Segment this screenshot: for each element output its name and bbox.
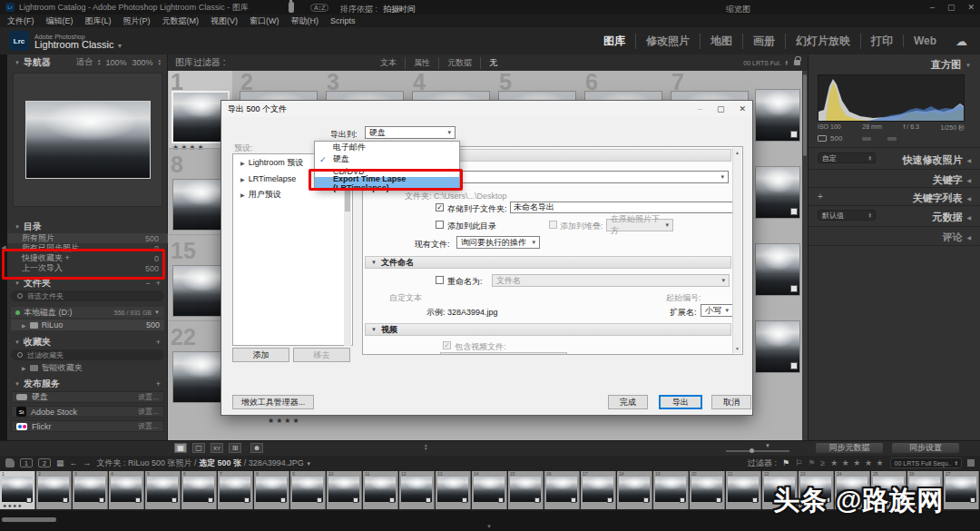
- filmstrip-thumb[interactable]: 15: [508, 471, 544, 509]
- subfolder-name-input[interactable]: 未命名导出: [510, 202, 733, 213]
- expand-icon[interactable]: ▶: [240, 176, 245, 182]
- subfolder-checkbox[interactable]: [436, 203, 444, 211]
- filter-tab-none[interactable]: 无: [480, 57, 505, 69]
- smart-collection-row[interactable]: ▶ 智能收藏夹: [7, 363, 168, 373]
- dialog-titlebar[interactable]: 导出 500 个文件 – ▢ ✕: [221, 101, 752, 117]
- tool-icon[interactable]: [887, 137, 897, 141]
- filmstrip-thumb[interactable]: 13: [436, 471, 471, 509]
- module-develop[interactable]: 修改照片: [635, 34, 700, 49]
- rating-filter-stars[interactable]: ★ ★ ★ ★ ★: [830, 458, 884, 467]
- filter-tab-attribute[interactable]: 属性: [405, 57, 438, 69]
- menu-item-email[interactable]: 电子邮件: [315, 142, 459, 153]
- add-keyword-icon[interactable]: +: [818, 192, 823, 202]
- collections-header[interactable]: ▼ 收藏夹 +: [7, 336, 168, 348]
- filmstrip-thumb[interactable]: 18: [617, 471, 652, 509]
- rename-checkbox[interactable]: [436, 276, 444, 284]
- scroll-down-icon[interactable]: ▼: [735, 346, 740, 351]
- survey-view-icon[interactable]: ⊞: [229, 443, 241, 453]
- module-slideshow[interactable]: 幻灯片放映: [785, 34, 860, 49]
- filmstrip-thumb[interactable]: 27: [944, 471, 979, 509]
- publish-setup-link[interactable]: 设置...: [138, 392, 159, 402]
- back-icon[interactable]: ←: [70, 458, 78, 467]
- module-web[interactable]: Web: [903, 34, 946, 47]
- add-to-catalog-checkbox[interactable]: [436, 221, 444, 229]
- navigator-header[interactable]: ▼ 导航器 适合 100% 300%: [7, 56, 168, 68]
- caret-down-icon[interactable]: ▼: [765, 443, 770, 448]
- filmstrip-thumb[interactable]: 4: [109, 471, 144, 509]
- histogram-header[interactable]: 直方图 ▼: [931, 58, 971, 72]
- menu-view[interactable]: 视图(V): [211, 15, 238, 27]
- menu-help[interactable]: 帮助(H): [291, 15, 319, 27]
- preset-add-button[interactable]: 添加: [232, 348, 289, 362]
- filmstrip-source-info[interactable]: 文件夹 : RiLuo 500 张照片 / 选定 500 张 / 328A399…: [97, 457, 312, 469]
- disk-expand-icon[interactable]: ▼: [154, 310, 160, 315]
- add-publish-icon[interactable]: +: [156, 379, 161, 388]
- module-library[interactable]: 图库: [593, 34, 635, 49]
- catalog-header[interactable]: ▼ 目录: [7, 221, 168, 232]
- forward-icon[interactable]: →: [83, 458, 92, 467]
- existing-files-select[interactable]: 询问要执行的操作▾: [456, 236, 540, 249]
- expand-icon[interactable]: ▶: [22, 365, 26, 371]
- filmstrip-thumb[interactable]: 7: [218, 471, 253, 509]
- histogram[interactable]: [818, 74, 965, 122]
- filter-preset-select[interactable]: 00 LRTS Ful.: [743, 60, 800, 66]
- compare-view-icon[interactable]: XY: [211, 443, 223, 453]
- publish-harddrive-row[interactable]: 硬盘 设置...: [11, 391, 164, 403]
- panel-reveal-icon[interactable]: ▼: [486, 524, 492, 529]
- keyword-list-header[interactable]: 关键字列表◀: [912, 192, 971, 205]
- stepper-icon[interactable]: [425, 444, 427, 450]
- module-print[interactable]: 打印: [860, 34, 903, 49]
- filmstrip-thumb[interactable]: 1★★★★: [0, 471, 35, 509]
- rating-operator[interactable]: ≥: [820, 458, 825, 467]
- filmstrip-thumb[interactable]: 19: [653, 471, 689, 509]
- menu-scripts[interactable]: Scripts: [330, 16, 356, 25]
- navigator-preview[interactable]: [13, 73, 162, 207]
- expand-icon[interactable]: ▶: [22, 322, 26, 329]
- menu-library[interactable]: 图库(L): [85, 15, 112, 27]
- filmstrip-scrollbar[interactable]: [2, 517, 56, 522]
- folder-riluo-row[interactable]: ▶ RiLuo 500: [11, 320, 164, 330]
- people-view-icon[interactable]: ☻: [250, 443, 263, 453]
- loupe-view-icon[interactable]: ▢: [192, 443, 205, 453]
- flag-pick-icon[interactable]: ⚑: [782, 458, 789, 467]
- tool-icon[interactable]: [862, 137, 871, 141]
- pointer-icon[interactable]: [5, 458, 15, 467]
- done-button[interactable]: 完成: [608, 395, 648, 409]
- thumbnail-size-slider[interactable]: [726, 450, 789, 452]
- metadata-preset-select[interactable]: 默认值: [818, 210, 876, 221]
- folder-filter-input[interactable]: 筛选文件夹: [11, 290, 164, 301]
- filmstrip-thumb[interactable]: 6: [181, 471, 217, 509]
- remove-folder-icon[interactable]: −: [145, 279, 150, 288]
- dialog-maximize-button[interactable]: ▢: [717, 104, 725, 113]
- export-button[interactable]: 导出: [659, 395, 702, 409]
- quick-develop-preset-select[interactable]: 自定: [818, 152, 876, 163]
- scroll-up-icon[interactable]: ▲: [735, 150, 740, 155]
- expand-icon[interactable]: ▶: [240, 192, 245, 198]
- publish-header[interactable]: ▼ 发布服务 +: [7, 378, 168, 389]
- publish-setup-link[interactable]: 设置...: [138, 421, 159, 431]
- main-monitor-button[interactable]: 1: [20, 458, 33, 467]
- collection-filter-input[interactable]: 过滤收藏夹: [11, 349, 164, 360]
- painter-tool-icon[interactable]: [289, 2, 294, 13]
- filmstrip-thumb[interactable]: 11: [363, 471, 398, 509]
- filter-tab-metadata[interactable]: 元数据: [438, 57, 480, 69]
- flag-unflagged-icon[interactable]: ⚐: [795, 458, 802, 467]
- sync-settings-button[interactable]: 同步设置: [891, 442, 960, 454]
- filmstrip-thumb[interactable]: 20: [690, 471, 725, 509]
- menu-photo[interactable]: 照片(P): [123, 15, 151, 27]
- nav-zoom-100[interactable]: 100%: [105, 58, 126, 67]
- nav-fit[interactable]: 适合: [76, 56, 93, 68]
- filmstrip-thumb[interactable]: 5: [145, 471, 181, 509]
- flag-reject-icon[interactable]: ⚑: [808, 458, 815, 467]
- sort-direction-icon[interactable]: A↕Z: [310, 4, 328, 12]
- comments-header[interactable]: 评论◀: [942, 231, 971, 244]
- menu-window[interactable]: 窗口(W): [250, 15, 279, 27]
- dialog-close-button[interactable]: ✕: [739, 104, 746, 113]
- filmstrip-thumb[interactable]: 16: [544, 471, 580, 509]
- filmstrip-thumb[interactable]: 8: [254, 471, 289, 509]
- publish-setup-link[interactable]: 设置...: [138, 407, 159, 417]
- filmstrip-thumb[interactable]: 9: [290, 471, 326, 509]
- cancel-button[interactable]: 取消: [711, 395, 751, 409]
- filmstrip-thumb[interactable]: 12: [399, 471, 435, 509]
- section-file-naming[interactable]: ▼ 文件命名: [365, 256, 731, 269]
